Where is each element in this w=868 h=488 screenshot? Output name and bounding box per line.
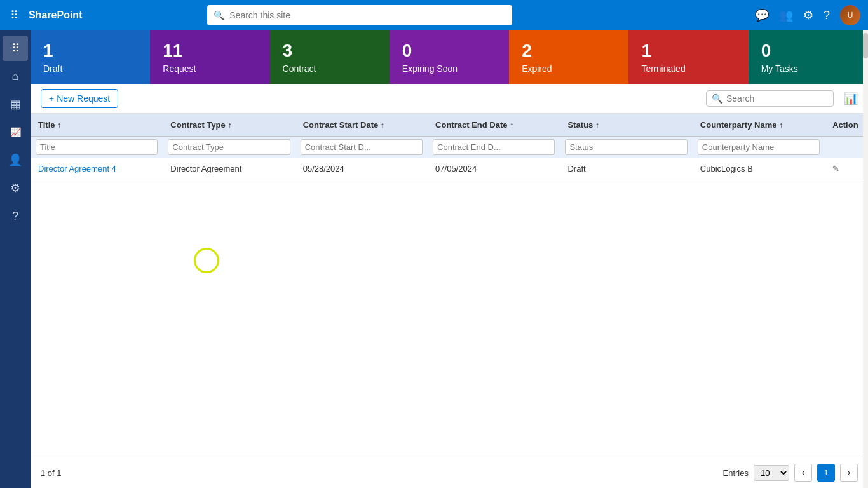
col-action: Action bbox=[825, 114, 868, 137]
row-title: Director Agreement 4 bbox=[31, 158, 163, 180]
entries-per-page-select[interactable]: 10 25 50 100 bbox=[754, 465, 789, 481]
waffle-icon[interactable]: ⠿ bbox=[8, 6, 21, 25]
row-contract-type: Director Agreement bbox=[163, 158, 295, 180]
sidebar-item-people[interactable]: 👤 bbox=[3, 147, 28, 173]
request-label: Request bbox=[163, 64, 257, 74]
people-icon[interactable]: 👥 bbox=[779, 8, 793, 22]
main-layout: ⠿ ⌂ ▦ 📈 👤 ⚙ ? 1 Draft 11 bbox=[0, 30, 868, 488]
sidebar-item-settings[interactable]: ⚙ bbox=[3, 175, 28, 201]
contracts-table: Title ↑ Contract Type ↑ Contract Start D… bbox=[31, 114, 868, 180]
contract-count: 3 bbox=[283, 41, 377, 61]
filter-contract-type[interactable] bbox=[163, 137, 295, 158]
status-card-terminated[interactable]: 1 Terminated bbox=[628, 30, 748, 84]
status-card-draft[interactable]: 1 Draft bbox=[31, 30, 150, 84]
scrollbar-thumb[interactable] bbox=[863, 33, 868, 58]
toolbar-search-box[interactable]: 🔍 bbox=[706, 90, 834, 107]
top-nav: ⠿ SharePoint 🔍 💬 👥 ⚙ ? U bbox=[0, 0, 868, 30]
col-counterparty-label: Counterparty Name ↑ bbox=[700, 120, 783, 130]
row-end-date: 07/05/2024 bbox=[428, 158, 560, 180]
sidebar-item-help[interactable]: ? bbox=[3, 203, 28, 229]
status-card-expiring[interactable]: 0 Expiring Soon bbox=[390, 30, 509, 84]
status-card-tasks[interactable]: 0 My Tasks bbox=[749, 30, 868, 84]
filter-status-input[interactable] bbox=[565, 139, 687, 155]
settings-icon[interactable]: ⚙ bbox=[803, 8, 813, 22]
col-contract-type[interactable]: Contract Type ↑ bbox=[163, 114, 295, 137]
reports-icon: ▦ bbox=[10, 97, 21, 111]
sidebar-item-waffle[interactable]: ⠿ bbox=[3, 36, 28, 61]
col-contract-start-date[interactable]: Contract Start Date ↑ bbox=[295, 114, 428, 137]
col-action-label: Action bbox=[832, 120, 858, 130]
status-card-request[interactable]: 11 Request bbox=[150, 30, 269, 84]
expiring-label: Expiring Soon bbox=[402, 64, 496, 74]
tasks-count: 0 bbox=[761, 41, 855, 61]
top-nav-icons: 💬 👥 ⚙ ? U bbox=[755, 5, 860, 25]
app-logo: SharePoint bbox=[29, 10, 82, 21]
filter-action-empty bbox=[825, 137, 868, 158]
pagination: 1 of 1 Entries 10 25 50 100 ‹ 1 › bbox=[31, 457, 868, 488]
sidebar: ⠿ ⌂ ▦ 📈 👤 ⚙ ? bbox=[0, 30, 31, 488]
filter-start-date[interactable] bbox=[295, 137, 428, 158]
next-icon: › bbox=[848, 468, 850, 477]
filter-end-date-input[interactable] bbox=[433, 139, 555, 155]
row-action[interactable]: ✎ bbox=[825, 158, 868, 180]
filter-counterparty-input[interactable] bbox=[698, 139, 820, 155]
col-status-label: Status ↑ bbox=[567, 120, 599, 130]
chat-icon[interactable]: 💬 bbox=[755, 8, 769, 22]
search-icon: 🔍 bbox=[214, 10, 224, 20]
table-filter-row bbox=[31, 137, 868, 158]
people-nav-icon: 👤 bbox=[8, 153, 22, 167]
main-content: 1 Draft 11 Request 3 Contract 0 Expiring… bbox=[31, 30, 868, 488]
analytics-icon: 📈 bbox=[10, 127, 21, 137]
edit-icon[interactable]: ✎ bbox=[832, 164, 839, 173]
col-start-date-label: Contract Start Date ↑ bbox=[303, 120, 385, 130]
filter-start-date-input[interactable] bbox=[301, 139, 423, 155]
table-container: Title ↑ Contract Type ↑ Contract Start D… bbox=[31, 114, 868, 457]
global-search-box[interactable]: 🔍 bbox=[207, 5, 512, 25]
toolbar-search-input[interactable] bbox=[726, 93, 828, 104]
next-page-button[interactable]: › bbox=[840, 464, 858, 482]
filter-status[interactable] bbox=[560, 137, 692, 158]
global-search-input[interactable] bbox=[229, 10, 506, 20]
row-status: Draft bbox=[560, 158, 692, 180]
draft-label: Draft bbox=[43, 64, 137, 74]
entries-label: Entries bbox=[723, 468, 749, 478]
sidebar-item-home[interactable]: ⌂ bbox=[3, 64, 28, 89]
toolbar: + New Request 🔍 📊 bbox=[31, 84, 868, 114]
sidebar-item-reports[interactable]: ▦ bbox=[3, 92, 28, 117]
avatar[interactable]: U bbox=[840, 5, 860, 25]
col-title[interactable]: Title ↑ bbox=[31, 114, 163, 137]
filter-end-date[interactable] bbox=[428, 137, 560, 158]
sidebar-item-analytics[interactable]: 📈 bbox=[3, 119, 28, 145]
table-header-row: Title ↑ Contract Type ↑ Contract Start D… bbox=[31, 114, 868, 137]
tasks-label: My Tasks bbox=[761, 64, 855, 74]
prev-page-button[interactable]: ‹ bbox=[794, 464, 812, 482]
filter-contract-type-input[interactable] bbox=[168, 139, 290, 155]
current-page-button[interactable]: 1 bbox=[817, 464, 835, 482]
excel-export-icon[interactable]: 📊 bbox=[844, 92, 858, 105]
status-card-expired[interactable]: 2 Expired bbox=[509, 30, 628, 84]
home-icon: ⌂ bbox=[12, 70, 19, 83]
request-count: 11 bbox=[163, 41, 257, 61]
col-title-label: Title ↑ bbox=[38, 120, 62, 130]
expiring-count: 0 bbox=[402, 41, 496, 61]
draft-count: 1 bbox=[43, 41, 137, 61]
col-counterparty-name[interactable]: Counterparty Name ↑ bbox=[693, 114, 825, 137]
status-card-contract[interactable]: 3 Contract bbox=[270, 30, 390, 84]
row-start-date: 05/28/2024 bbox=[295, 158, 428, 180]
col-contract-end-date[interactable]: Contract End Date ↑ bbox=[428, 114, 560, 137]
new-request-button[interactable]: + New Request bbox=[41, 89, 118, 108]
status-cards: 1 Draft 11 Request 3 Contract 0 Expiring… bbox=[31, 30, 868, 84]
help-nav-icon: ? bbox=[12, 210, 18, 223]
filter-title-input[interactable] bbox=[36, 139, 158, 155]
filter-title[interactable] bbox=[31, 137, 163, 158]
help-icon[interactable]: ? bbox=[824, 9, 830, 22]
pagination-summary: 1 of 1 bbox=[41, 468, 62, 478]
col-end-date-label: Contract End Date ↑ bbox=[435, 120, 514, 130]
col-status[interactable]: Status ↑ bbox=[560, 114, 692, 137]
filter-counterparty[interactable] bbox=[693, 137, 825, 158]
contract-label: Contract bbox=[283, 64, 377, 74]
table-row: Director Agreement 4 Director Agreement … bbox=[31, 158, 868, 180]
title-link[interactable]: Director Agreement 4 bbox=[38, 164, 116, 173]
plus-icon: + bbox=[49, 93, 54, 104]
right-scrollbar[interactable] bbox=[863, 30, 868, 488]
